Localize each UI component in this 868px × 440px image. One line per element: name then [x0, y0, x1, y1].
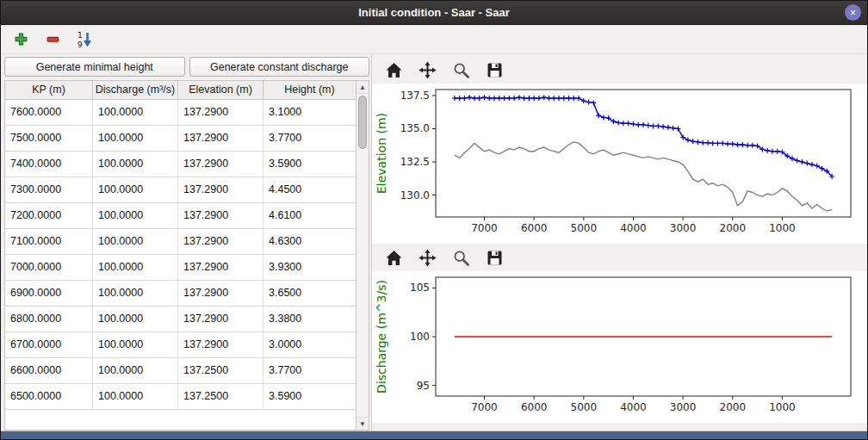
svg-text:95: 95 — [417, 380, 430, 392]
table-cell[interactable]: 7200.0000 — [5, 203, 93, 229]
generate-minimal-height-button[interactable]: Generate minimal height — [4, 57, 185, 77]
svg-text:2000: 2000 — [720, 222, 747, 234]
svg-text:1000: 1000 — [769, 222, 796, 234]
table-cell[interactable]: 100.0000 — [93, 255, 178, 281]
home-icon — [385, 61, 403, 79]
svg-text:1: 1 — [78, 31, 83, 40]
table-cell[interactable]: 100.0000 — [93, 358, 178, 384]
table-cell[interactable]: 3.9300 — [264, 255, 356, 281]
table-cell[interactable]: 137.2500 — [178, 358, 264, 384]
table-cell[interactable]: 4.6100 — [264, 203, 356, 229]
column-header[interactable]: KP (m) — [5, 81, 93, 100]
table-cell[interactable]: 137.2900 — [178, 281, 264, 307]
table-cell[interactable]: 7100.0000 — [5, 229, 93, 255]
remove-row-button[interactable] — [41, 28, 64, 51]
table-cell[interactable]: 137.2500 — [178, 384, 264, 410]
table-cell[interactable]: 100.0000 — [93, 384, 178, 410]
elevation-plot[interactable]: 7000600050004000300020001000130.0132.513… — [372, 84, 859, 240]
column-header[interactable]: Elevation (m) — [178, 81, 264, 100]
table-cell[interactable]: 7400.0000 — [5, 152, 93, 177]
initial-condition-window: Initial condition - Saar - Saar × 1 9 — [0, 0, 868, 440]
table-cell[interactable]: 137.2900 — [178, 332, 264, 358]
generate-buttons-row: Generate minimal height Generate constan… — [4, 57, 369, 77]
svg-text:132.5: 132.5 — [400, 156, 430, 168]
pan-move-icon — [418, 249, 437, 267]
table-cell[interactable]: 3.0000 — [264, 332, 356, 358]
table-cell[interactable]: 137.2900 — [178, 126, 264, 152]
table-cell[interactable]: 7000.0000 — [5, 255, 93, 281]
sort-rows-button[interactable]: 1 9 — [73, 28, 96, 51]
scroll-up-icon[interactable]: ▲ — [356, 81, 369, 94]
save-icon — [486, 249, 504, 267]
scrollbar-track[interactable] — [356, 94, 369, 417]
generate-constant-discharge-button[interactable]: Generate constant discharge — [189, 57, 370, 77]
close-button[interactable]: × — [845, 4, 861, 21]
table-cell[interactable]: 100.0000 — [93, 281, 178, 307]
home-view-button[interactable] — [382, 246, 405, 269]
pan-button[interactable] — [416, 246, 438, 269]
discharge-plot[interactable]: 700060005000400030002000100095100105Disc… — [372, 271, 859, 419]
table-cell[interactable]: 137.2900 — [178, 229, 264, 255]
home-view-button[interactable] — [382, 59, 405, 81]
table-cell[interactable]: 4.4500 — [264, 177, 356, 203]
svg-text:3000: 3000 — [670, 401, 697, 413]
pan-button[interactable] — [416, 59, 438, 81]
table-cell[interactable]: 137.2900 — [178, 152, 264, 177]
column-header[interactable]: Height (m) — [264, 81, 356, 100]
save-figure-button[interactable] — [483, 246, 505, 269]
table-cell[interactable]: 137.2900 — [178, 255, 264, 281]
svg-text:1000: 1000 — [769, 401, 796, 413]
zoom-button[interactable] — [450, 246, 472, 269]
table-cell[interactable]: 7500.0000 — [5, 126, 93, 152]
table-cell[interactable]: 3.7700 — [264, 358, 356, 384]
discharge-figure: 700060005000400030002000100095100105Disc… — [372, 271, 867, 423]
table-cell[interactable]: 7300.0000 — [5, 177, 93, 203]
table-cell[interactable]: 6900.0000 — [5, 281, 93, 307]
table-cell[interactable]: 7600.0000 — [5, 100, 93, 126]
table-cell[interactable]: 6700.0000 — [5, 332, 93, 358]
table-cell[interactable]: 4.6300 — [264, 229, 356, 255]
add-row-button[interactable] — [9, 28, 32, 51]
magnifier-icon — [452, 249, 470, 267]
table-cell[interactable]: 137.2900 — [178, 203, 264, 229]
table-cell[interactable]: 100.0000 — [93, 203, 178, 229]
table-cell[interactable]: 100.0000 — [93, 307, 178, 332]
table-cell[interactable]: 100.0000 — [93, 177, 178, 203]
table-cell[interactable]: 3.1000 — [264, 100, 356, 126]
table-cell[interactable]: 137.2900 — [178, 307, 264, 332]
table-cell[interactable]: 6800.0000 — [5, 307, 93, 332]
minus-icon — [46, 32, 60, 46]
zoom-button[interactable] — [450, 59, 472, 81]
column-header[interactable]: Discharge (m³/s) — [93, 81, 178, 100]
table-cell[interactable]: 100.0000 — [93, 126, 178, 152]
magnifier-icon — [452, 61, 470, 79]
svg-text:5000: 5000 — [571, 222, 598, 234]
table-cell[interactable]: 100.0000 — [93, 152, 178, 177]
svg-text:6000: 6000 — [521, 401, 548, 413]
table-cell[interactable]: 100.0000 — [93, 100, 178, 126]
titlebar[interactable]: Initial condition - Saar - Saar × — [1, 1, 867, 25]
discharge-plot-toolbar — [372, 244, 867, 271]
app-toolbar: 1 9 — [1, 25, 867, 54]
table-cell[interactable]: 3.3800 — [264, 307, 356, 332]
svg-text:Elevation (m): Elevation (m) — [375, 113, 388, 194]
table-cell[interactable]: 6600.0000 — [5, 358, 93, 384]
table-cell[interactable]: 6500.0000 — [5, 384, 93, 410]
table-cell[interactable]: 3.5900 — [264, 152, 356, 177]
table-cell[interactable]: 3.6500 — [264, 281, 356, 307]
svg-text:7000: 7000 — [471, 401, 498, 413]
save-figure-button[interactable] — [483, 59, 505, 81]
elevation-plot-toolbar — [372, 56, 867, 84]
svg-text:130.0: 130.0 — [400, 189, 430, 201]
table-cell[interactable]: 3.7700 — [264, 126, 356, 152]
table-scrollbar[interactable]: ▲ ▼ — [356, 81, 369, 430]
table-cell[interactable]: 137.2900 — [178, 177, 264, 203]
table-cell[interactable]: 100.0000 — [93, 229, 178, 255]
table-cell[interactable]: 3.5900 — [264, 384, 356, 410]
table-cell[interactable]: 100.0000 — [93, 332, 178, 358]
table-cell[interactable]: 137.2900 — [178, 100, 264, 126]
scroll-down-icon[interactable]: ▼ — [356, 417, 369, 430]
scrollbar-thumb[interactable] — [358, 96, 367, 149]
save-icon — [486, 61, 504, 79]
table-panel: Generate minimal height Generate constan… — [1, 54, 372, 431]
